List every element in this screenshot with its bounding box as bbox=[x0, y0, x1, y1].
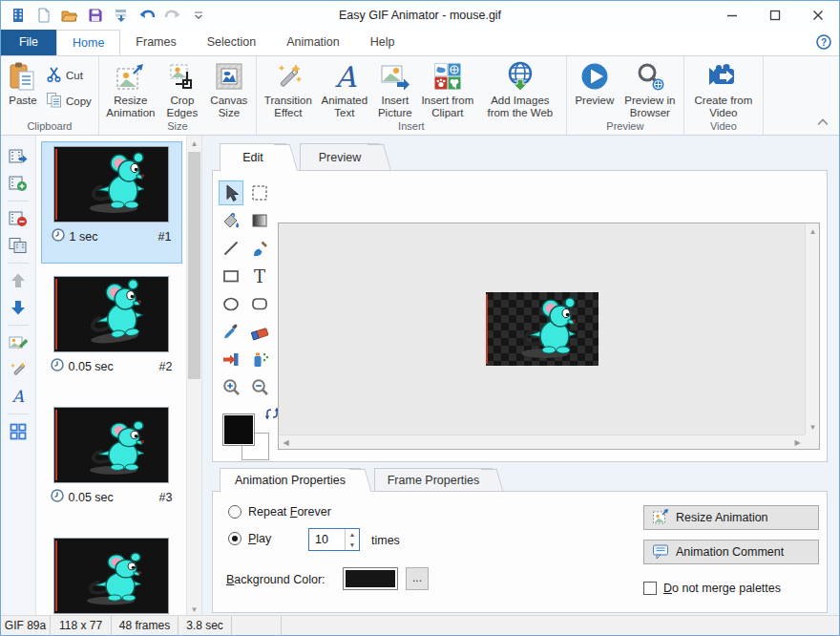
tool-eyedropper-button[interactable] bbox=[219, 319, 243, 344]
scrollbar-thumb[interactable] bbox=[188, 152, 200, 379]
tab-selection[interactable]: Selection bbox=[192, 30, 271, 55]
ribbon-tab-row: File Home Frames Selection Animation Hel… bbox=[1, 30, 839, 55]
frame-number: #3 bbox=[159, 491, 173, 504]
export-icon[interactable] bbox=[112, 6, 131, 25]
background-color-picker-button[interactable]: ... bbox=[406, 567, 429, 590]
canvas-size-button[interactable]: Canvas Size bbox=[205, 58, 253, 119]
minimize-icon[interactable] bbox=[710, 1, 753, 30]
tab-animation[interactable]: Animation bbox=[271, 30, 355, 55]
tool-zoom-out-button[interactable] bbox=[247, 374, 272, 399]
frame-item-3[interactable]: 0.05 sec #3 bbox=[41, 403, 182, 525]
resize-animation-button[interactable]: Resize Animation bbox=[102, 58, 159, 119]
canvas-viewport[interactable] bbox=[279, 223, 805, 435]
close-icon[interactable] bbox=[796, 1, 839, 30]
frame-effect-wand-button[interactable] bbox=[5, 358, 32, 381]
merge-palettes-checkbox[interactable]: Do not merge palettes bbox=[643, 582, 781, 595]
scroll-left-icon[interactable]: ◀ bbox=[279, 435, 293, 450]
move-frame-down-button[interactable] bbox=[5, 296, 32, 319]
tool-fill-button[interactable] bbox=[219, 208, 243, 233]
copy-button[interactable]: Copy bbox=[42, 90, 95, 112]
edit-frame-button[interactable] bbox=[5, 331, 32, 354]
qat-customize-icon[interactable] bbox=[189, 6, 208, 25]
frame-grid-view-button[interactable] bbox=[5, 420, 32, 443]
extract-frame-button[interactable] bbox=[5, 145, 32, 168]
save-icon[interactable] bbox=[86, 6, 105, 25]
collapse-ribbon-icon[interactable] bbox=[814, 116, 831, 129]
frame-item-1[interactable]: 1 sec #1 bbox=[41, 141, 182, 264]
scroll-down-icon[interactable]: ▼ bbox=[806, 419, 820, 435]
tab-frames[interactable]: Frames bbox=[120, 30, 191, 55]
insert-picture-button[interactable]: Insert Picture bbox=[372, 58, 418, 119]
clock-icon bbox=[51, 489, 64, 505]
scroll-right-icon[interactable]: ▶ bbox=[790, 435, 805, 450]
tool-eraser-button[interactable] bbox=[247, 319, 272, 344]
maximize-icon[interactable] bbox=[753, 1, 796, 30]
paste-button[interactable]: Paste bbox=[4, 58, 42, 107]
tool-rounded-rect-button[interactable] bbox=[247, 291, 272, 316]
delete-frame-button[interactable] bbox=[5, 207, 32, 230]
tool-ellipse-button[interactable] bbox=[219, 291, 243, 316]
new-file-icon[interactable] bbox=[34, 6, 53, 25]
undo-icon[interactable] bbox=[137, 6, 157, 25]
gif-image[interactable] bbox=[486, 292, 598, 366]
background-color-value-swatch[interactable] bbox=[343, 567, 398, 590]
frame-list-scrollbar[interactable]: ▲ ▼ bbox=[186, 136, 201, 617]
tool-rectangle-button[interactable] bbox=[219, 264, 243, 288]
duplicate-frame-button[interactable] bbox=[5, 234, 32, 257]
tool-zoom-in-button[interactable] bbox=[219, 374, 243, 399]
animation-comment-button[interactable]: Animation Comment bbox=[643, 540, 819, 564]
tool-line-button[interactable] bbox=[219, 236, 243, 261]
preview-icon bbox=[578, 60, 611, 93]
tool-brush-button[interactable] bbox=[247, 236, 272, 261]
frame-actions-toolbar: A bbox=[1, 136, 36, 617]
canvas-horizontal-scrollbar[interactable]: ◀ ▶ bbox=[279, 435, 805, 449]
tab-file[interactable]: File bbox=[1, 30, 56, 55]
tool-text-button[interactable]: T bbox=[247, 264, 272, 288]
add-images-from-web-button[interactable]: Add Images from the Web bbox=[477, 58, 563, 119]
cut-button[interactable]: Cut bbox=[42, 64, 95, 86]
spinner-down-icon[interactable]: ▼ bbox=[346, 540, 359, 550]
animated-text-button[interactable]: A Animated Text bbox=[317, 58, 372, 119]
canvas-area[interactable]: ▲ ▼ ◀ ▶ bbox=[278, 223, 820, 450]
tool-marquee-button[interactable] bbox=[247, 180, 272, 205]
spinner-up-icon[interactable]: ▲ bbox=[346, 529, 359, 540]
tool-spray-button[interactable] bbox=[247, 347, 272, 371]
foreground-color-swatch[interactable] bbox=[222, 413, 255, 446]
preview-button[interactable]: Preview bbox=[570, 58, 620, 107]
animation-properties-panel: Repeat Forever Play ▲ ▼ times Background… bbox=[212, 491, 828, 613]
frame-item-4[interactable]: 0.05 sec #4 bbox=[41, 534, 182, 617]
tab-frame-properties[interactable]: Frame Properties bbox=[374, 468, 493, 492]
tool-gradient-button[interactable] bbox=[247, 208, 272, 233]
open-file-icon[interactable] bbox=[60, 6, 79, 25]
group-label-size: Size bbox=[102, 119, 253, 135]
transition-effect-button[interactable]: Transition Effect bbox=[260, 58, 317, 119]
redo-icon[interactable] bbox=[163, 6, 182, 25]
crop-edges-button[interactable]: Crop Edges bbox=[159, 58, 205, 119]
tab-home[interactable]: Home bbox=[56, 30, 120, 55]
edit-panel: T bbox=[212, 170, 828, 462]
play-radio[interactable]: Play bbox=[228, 532, 271, 545]
tab-help[interactable]: Help bbox=[355, 30, 410, 55]
help-icon[interactable]: ? bbox=[816, 34, 831, 50]
tab-preview[interactable]: Preview bbox=[300, 143, 380, 171]
preview-in-browser-button[interactable]: Preview in Browser bbox=[620, 58, 681, 119]
add-frame-button[interactable] bbox=[5, 172, 32, 195]
scroll-up-icon[interactable]: ▲ bbox=[187, 136, 201, 151]
create-from-video-button[interactable]: Create from Video bbox=[687, 58, 760, 119]
scroll-up-icon[interactable]: ▲ bbox=[806, 223, 820, 239]
tool-pointer-button[interactable] bbox=[219, 180, 243, 205]
resize-animation-panel-button[interactable]: Resize Animation bbox=[643, 505, 819, 530]
tab-edit[interactable]: Edit bbox=[220, 143, 286, 171]
move-frame-up-button[interactable] bbox=[5, 269, 32, 292]
play-times-input[interactable] bbox=[309, 529, 345, 550]
tool-replace-color-button[interactable] bbox=[219, 347, 243, 371]
tab-animation-properties[interactable]: Animation Properties bbox=[220, 468, 361, 492]
repeat-forever-radio[interactable]: Repeat Forever bbox=[228, 505, 331, 519]
canvas-vertical-scrollbar[interactable]: ▲ ▼ bbox=[805, 223, 819, 435]
insert-from-clipart-button[interactable]: Insert from Clipart bbox=[418, 58, 477, 119]
play-times-spinner[interactable]: ▲ ▼ bbox=[308, 528, 360, 551]
frame-duration: 0.05 sec bbox=[69, 491, 114, 504]
frame-item-2[interactable]: 0.05 sec #2 bbox=[41, 272, 182, 394]
frame-text-button[interactable]: A bbox=[5, 385, 32, 408]
frame-number: #2 bbox=[159, 360, 173, 373]
